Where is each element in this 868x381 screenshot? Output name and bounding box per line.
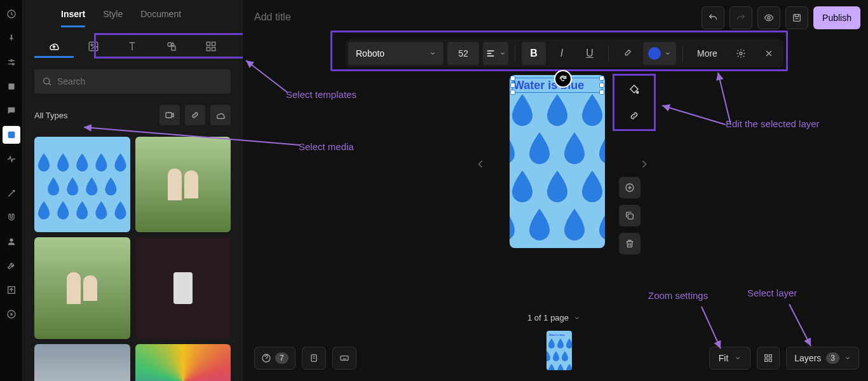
media-thumb-3[interactable]: [34, 237, 130, 339]
svg-point-5: [10, 239, 13, 242]
next-page-button[interactable]: [638, 158, 651, 173]
eyedropper-button[interactable]: [615, 42, 639, 65]
help-button[interactable]: 7: [254, 347, 295, 370]
anno-media: Select media: [299, 141, 354, 152]
asset-shape-icon[interactable]: [152, 35, 191, 58]
rail-pin-icon[interactable]: [3, 29, 20, 47]
redo-button[interactable]: [729, 6, 752, 29]
anno-arrow: [783, 300, 821, 354]
svg-rect-11: [172, 46, 175, 50]
chevron-down-icon: [844, 355, 851, 361]
resize-handle[interactable]: [510, 76, 515, 81]
svg-point-21: [637, 92, 639, 94]
layers-count: 3: [826, 352, 839, 364]
add-element-button[interactable]: [619, 177, 641, 198]
undo-button[interactable]: [702, 6, 724, 29]
rail-wand-icon[interactable]: [3, 184, 20, 202]
page-thumbnail[interactable]: Water is blue: [546, 331, 572, 370]
chevron-down-icon: [499, 50, 506, 57]
media-thumb-4[interactable]: [135, 237, 231, 339]
canvas[interactable]: Water is blue: [510, 75, 605, 248]
asset-text-icon[interactable]: [113, 35, 153, 58]
rail-play-icon[interactable]: [3, 305, 20, 323]
bottom-right-actions: Fit Layers 3: [709, 347, 859, 370]
asset-image-icon[interactable]: [74, 35, 113, 58]
search-box[interactable]: [34, 69, 231, 94]
tab-insert[interactable]: Insert: [61, 9, 85, 27]
rail-dashboard-icon[interactable]: [3, 5, 20, 23]
svg-rect-27: [341, 356, 348, 361]
grid-view-button[interactable]: [757, 347, 780, 370]
resize-handle[interactable]: [599, 83, 604, 88]
page-indicator[interactable]: 1 of 1 page: [527, 313, 580, 322]
keyboard-button[interactable]: [332, 347, 356, 370]
delete-button[interactable]: [619, 233, 641, 254]
asset-upload-icon[interactable]: [34, 35, 74, 58]
filter-link-icon[interactable]: [185, 105, 205, 125]
font-select[interactable]: Roboto: [348, 42, 444, 65]
chevron-down-icon: [430, 50, 436, 57]
search-input[interactable]: [57, 76, 223, 87]
preview-button[interactable]: [757, 6, 780, 29]
media-thumb-1[interactable]: [34, 137, 130, 232]
rail-layers-icon[interactable]: [3, 78, 20, 95]
sidebar: Insert Style Document All Types: [23, 0, 243, 381]
svg-point-1: [10, 60, 12, 62]
canvas-background: [510, 94, 605, 248]
font-size-input[interactable]: 52: [447, 42, 479, 65]
bold-button[interactable]: B: [522, 42, 546, 65]
tab-style[interactable]: Style: [103, 9, 123, 27]
settings-button[interactable]: [729, 42, 753, 65]
rotate-handle[interactable]: [554, 70, 572, 88]
zoom-fit-select[interactable]: Fit: [709, 347, 751, 370]
rail-pulse-icon[interactable]: [3, 150, 20, 168]
duplicate-button[interactable]: [619, 205, 641, 226]
layers-panel-button[interactable]: Layers 3: [786, 347, 859, 370]
layers-label: Layers: [794, 353, 821, 363]
resize-handle[interactable]: [510, 83, 515, 88]
rail-magnet-icon[interactable]: [3, 209, 20, 226]
rail-comment-icon[interactable]: [3, 102, 20, 120]
toolbar-separator: [682, 46, 683, 61]
anno-select-layer: Select layer: [747, 287, 797, 298]
resize-handle[interactable]: [510, 90, 515, 95]
fit-label: Fit: [719, 353, 729, 363]
rail-export-icon[interactable]: [3, 281, 20, 299]
prev-page-button[interactable]: [474, 158, 487, 173]
fill-tool-button[interactable]: [621, 78, 647, 100]
tab-document[interactable]: Document: [140, 9, 181, 27]
asset-templates-icon[interactable]: [191, 35, 231, 58]
more-button[interactable]: More: [689, 42, 725, 65]
underline-button[interactable]: U: [578, 42, 602, 65]
save-button[interactable]: [785, 6, 808, 29]
svg-rect-12: [207, 42, 210, 45]
anno-arrow: [712, 69, 750, 128]
toolbar-separator: [515, 46, 515, 61]
svg-rect-13: [212, 42, 215, 45]
rail-adjust-icon[interactable]: [3, 53, 20, 71]
close-button[interactable]: [757, 42, 781, 65]
history-button[interactable]: [302, 347, 326, 370]
media-thumb-5[interactable]: [34, 344, 130, 381]
rail-wrench-icon[interactable]: [3, 257, 20, 275]
resize-handle[interactable]: [599, 90, 604, 95]
italic-button[interactable]: I: [550, 42, 574, 65]
help-icon: [261, 353, 271, 363]
publish-button[interactable]: Publish: [813, 6, 860, 29]
filter-cloud-icon[interactable]: [210, 105, 231, 125]
filter-video-icon[interactable]: [159, 105, 180, 125]
svg-rect-14: [207, 48, 210, 51]
link-tool-button[interactable]: [621, 105, 647, 127]
svg-rect-15: [212, 48, 215, 51]
type-label[interactable]: All Types: [34, 111, 68, 120]
rail-user-icon[interactable]: [3, 233, 20, 251]
text-color-select[interactable]: [643, 42, 676, 65]
svg-point-20: [740, 52, 742, 55]
title-input[interactable]: [254, 11, 445, 23]
resize-handle[interactable]: [599, 76, 604, 81]
rail-app-icon[interactable]: [3, 126, 20, 144]
bottom-left-actions: 7: [254, 347, 356, 370]
media-thumb-6[interactable]: [135, 344, 231, 381]
media-thumb-2[interactable]: [135, 137, 231, 232]
align-select[interactable]: [483, 42, 508, 65]
